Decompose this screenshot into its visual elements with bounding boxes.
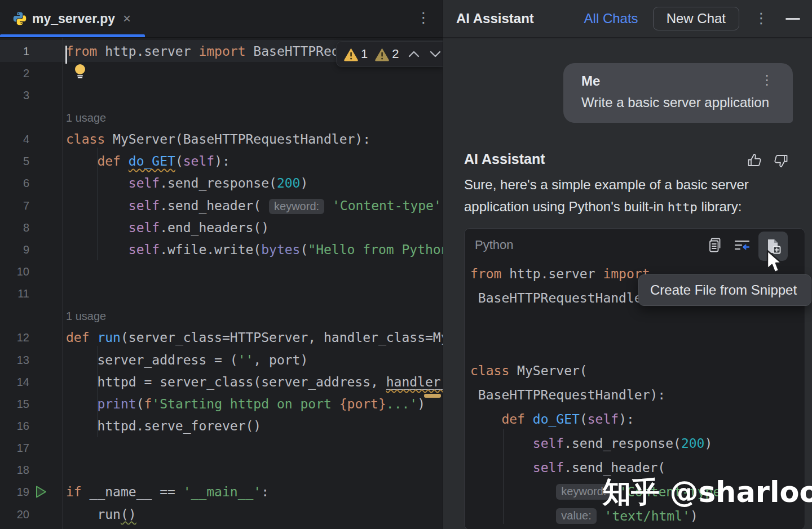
code-line[interactable]: self.send_response(200) — [62, 176, 443, 190]
line-number: 5 — [23, 155, 29, 168]
tab-my-server-py[interactable]: my_server.py × — [0, 0, 145, 37]
editor-pane: my_server.py × ⋮ 1from http.server impor… — [0, 0, 443, 529]
line-number: 3 — [23, 88, 29, 101]
line-number: 7 — [23, 199, 29, 212]
usage-annotation[interactable]: 1 usage — [66, 310, 106, 322]
code-line[interactable]: self.end_headers() — [62, 220, 443, 235]
gutter-cell: 10 — [0, 260, 62, 282]
tab-title: my_server.py — [32, 11, 115, 26]
gutter-cell: 19 — [0, 481, 62, 503]
message-options-kebab-icon[interactable]: ⋮ — [760, 72, 774, 88]
editor-body[interactable]: 1from http.server import BaseHTTPRequest… — [0, 38, 443, 529]
snippet-code-line: BaseHTTPRequestHandler): — [465, 383, 805, 407]
gutter-cell: 8 — [0, 216, 62, 238]
code-line[interactable]: class MyServer(BaseHTTPRequestHandler): — [62, 132, 443, 146]
gutter-cell: 14 — [0, 371, 62, 393]
code-line[interactable]: 1 usage — [62, 110, 443, 125]
active-tab-indicator — [0, 34, 145, 37]
editor-row[interactable]: 11 — [0, 283, 443, 305]
editor-row[interactable]: 9 self.wfile.write(bytes("Hello from Pyt… — [0, 238, 443, 260]
line-number: 16 — [17, 419, 29, 432]
line-number: 11 — [17, 287, 29, 300]
warning-stripe-mark[interactable] — [424, 394, 441, 398]
gutter-cell: 5 — [0, 150, 62, 172]
gutter-cell: 3 — [0, 84, 62, 106]
all-chats-link[interactable]: All Chats — [584, 11, 638, 26]
gutter-cell: 1 — [0, 40, 62, 62]
intention-bulb-icon[interactable] — [73, 63, 87, 83]
mouse-cursor — [764, 250, 784, 275]
gutter-cell: 18 — [0, 459, 62, 481]
line-number: 2 — [23, 66, 29, 79]
tooltip-text: Create File from Snippet — [650, 282, 797, 298]
code-line[interactable]: httpd.serve_forever() — [62, 419, 443, 433]
code-line[interactable]: self.send_header( keyword: 'Content-type… — [62, 198, 443, 213]
editor-row[interactable]: 6 self.send_response(200) — [0, 172, 443, 194]
editor-options-kebab-icon[interactable]: ⋮ — [416, 9, 431, 26]
chevron-up-icon[interactable] — [407, 50, 421, 58]
thumbs-up-icon[interactable] — [747, 153, 762, 168]
gutter-cell: 11 — [0, 283, 62, 305]
insert-at-caret-icon[interactable] — [734, 237, 751, 254]
code-line[interactable]: print(f'Starting httpd on port {port}...… — [62, 397, 443, 411]
code-line[interactable]: if __name__ == '__main__': — [62, 484, 443, 499]
text-caret — [65, 46, 67, 64]
code-line[interactable]: httpd = server_class(server_address, han… — [62, 375, 443, 389]
editor-row[interactable]: 4class MyServer(BaseHTTPRequestHandler): — [0, 128, 443, 150]
snippet-code-line: def do_GET(self): — [465, 407, 805, 431]
editor-row[interactable]: 17 — [0, 437, 443, 459]
gutter-cell: 20 — [0, 503, 62, 525]
code-line[interactable]: self.wfile.write(bytes("Hello from Pytho… — [62, 242, 443, 257]
line-number: 12 — [17, 331, 29, 344]
line-number: 9 — [23, 243, 29, 256]
tab-close-icon[interactable]: × — [123, 12, 131, 25]
code-line[interactable]: run() — [62, 507, 443, 522]
editor-row[interactable]: 13 server_address = ('', port) — [0, 349, 443, 371]
watermark: 知乎 @sharloon — [602, 473, 812, 512]
usage-annotation[interactable]: 1 usage — [66, 112, 106, 124]
usage-annotation-row[interactable]: 1 usage — [0, 106, 443, 128]
editor-row[interactable]: 20 run() — [0, 503, 443, 525]
ai-assistant-panel: AI Assistant All Chats New Chat ⋮ Me ⋮ W… — [443, 0, 812, 529]
editor-row[interactable]: 18 — [0, 459, 443, 481]
line-number: 14 — [17, 375, 29, 388]
assistant-response-text: Sure, here's a simple example of a basic… — [464, 174, 791, 218]
editor-row[interactable]: 5 def do_GET(self): — [0, 150, 443, 172]
response-line-2: application using Python's built-in http… — [464, 195, 791, 218]
minimize-icon[interactable] — [785, 18, 800, 20]
line-number: 17 — [17, 442, 29, 455]
usage-annotation-row[interactable]: 1 usage — [0, 305, 443, 327]
gutter-cell: 15 — [0, 393, 62, 415]
code-line[interactable]: 1 usage — [62, 308, 443, 323]
thumbs-down-icon[interactable] — [773, 153, 789, 168]
warning-icon-dim — [374, 47, 390, 61]
gutter-cell: 16 — [0, 415, 62, 437]
editor-row[interactable]: 16 httpd.serve_forever() — [0, 415, 443, 437]
assistant-header: AI Assistant All Chats New Chat ⋮ — [443, 0, 812, 38]
code-line[interactable]: def do_GET(self): — [62, 154, 443, 168]
inspection-widget[interactable]: 1 2 — [336, 41, 443, 67]
editor-row[interactable]: 14 httpd = server_class(server_address, … — [0, 371, 443, 393]
editor-row[interactable]: 10 — [0, 260, 443, 282]
gutter-cell: 17 — [0, 437, 62, 459]
chevron-down-icon[interactable] — [429, 50, 442, 58]
gutter-cell — [0, 106, 62, 128]
line-number: 19 — [17, 486, 29, 499]
editor-row[interactable]: 19if __name__ == '__main__': — [0, 481, 443, 503]
snippet-code-line — [465, 310, 805, 334]
editor-row[interactable]: 12def run(server_class=HTTPServer, handl… — [0, 327, 443, 349]
editor-row[interactable]: 3 — [0, 84, 443, 106]
assistant-options-kebab-icon[interactable]: ⋮ — [754, 10, 769, 27]
python-file-icon — [12, 11, 27, 26]
editor-row[interactable]: 15 print(f'Starting httpd on port {port}… — [0, 393, 443, 415]
gutter-cell: 9 — [0, 238, 62, 260]
run-icon[interactable] — [35, 485, 47, 499]
copy-icon[interactable] — [707, 237, 723, 254]
code-line[interactable]: def run(server_class=HTTPServer, handler… — [62, 330, 443, 345]
line-number: 4 — [23, 133, 29, 146]
snippet-code-line: self.send_response(200) — [465, 431, 805, 455]
editor-row[interactable]: 8 self.end_headers() — [0, 216, 443, 238]
new-chat-button[interactable]: New Chat — [653, 7, 739, 30]
code-line[interactable]: server_address = ('', port) — [62, 353, 443, 367]
editor-row[interactable]: 7 self.send_header( keyword: 'Content-ty… — [0, 194, 443, 216]
